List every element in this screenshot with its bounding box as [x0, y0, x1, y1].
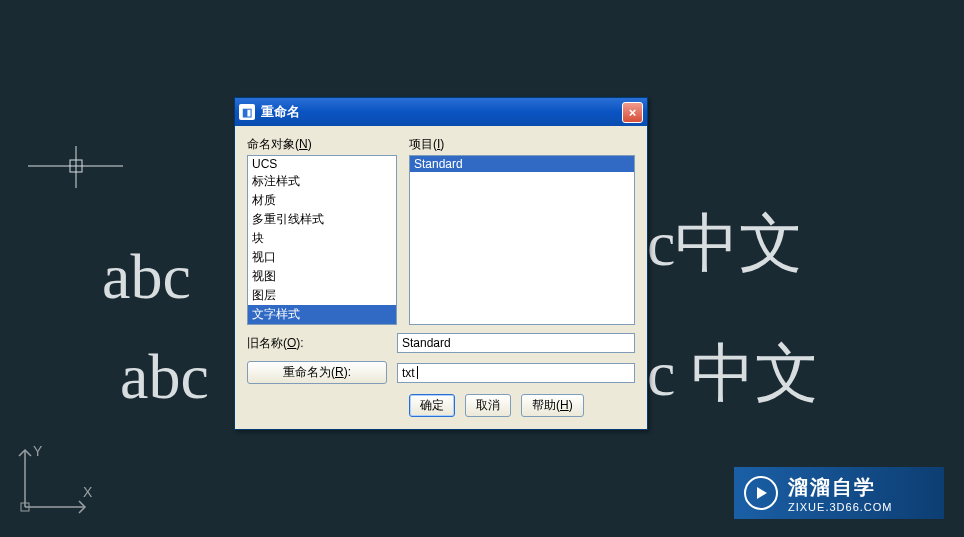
named-object-item[interactable]: 线型: [248, 324, 396, 325]
project-item[interactable]: Standard: [410, 156, 634, 172]
watermark-url: ZIXUE.3D66.COM: [788, 501, 892, 513]
text-caret: [417, 366, 418, 379]
old-name-input[interactable]: Standard: [397, 333, 635, 353]
svg-text:Y: Y: [33, 443, 43, 459]
named-object-item[interactable]: 材质: [248, 191, 396, 210]
named-object-item[interactable]: 视图: [248, 267, 396, 286]
canvas-text-chinese-1: c中文: [647, 200, 803, 287]
ok-button[interactable]: 确定: [409, 394, 455, 417]
named-objects-listbox[interactable]: UCS标注样式材质多重引线样式块视口视图图层文字样式线型: [247, 155, 397, 325]
watermark: 溜溜自学 ZIXUE.3D66.COM: [734, 467, 944, 519]
rename-dialog: ◧ 重命名 × 命名对象(N) UCS标注样式材质多重引线样式块视口视图图层文字…: [234, 97, 648, 430]
crosshair-cursor: [28, 146, 148, 266]
app-icon: ◧: [239, 104, 255, 120]
items-label: 项目(I): [409, 136, 635, 153]
cancel-button[interactable]: 取消: [465, 394, 511, 417]
named-object-item[interactable]: UCS: [248, 156, 396, 172]
canvas-text-abc-2: abc: [120, 340, 209, 414]
named-object-item[interactable]: 多重引线样式: [248, 210, 396, 229]
help-button[interactable]: 帮助(H): [521, 394, 584, 417]
named-object-item[interactable]: 块: [248, 229, 396, 248]
named-object-item[interactable]: 图层: [248, 286, 396, 305]
new-name-input[interactable]: txt: [397, 363, 635, 383]
close-button[interactable]: ×: [622, 102, 643, 123]
items-listbox[interactable]: Standard: [409, 155, 635, 325]
named-object-item[interactable]: 文字样式: [248, 305, 396, 324]
canvas-text-chinese-2: c 中文: [647, 330, 819, 417]
play-icon: [744, 476, 778, 510]
watermark-brand: 溜溜自学: [788, 474, 892, 501]
named-object-item[interactable]: 视口: [248, 248, 396, 267]
svg-text:X: X: [83, 484, 93, 500]
ucs-indicator: X Y: [15, 442, 95, 522]
svg-marker-8: [757, 487, 767, 499]
rename-to-button[interactable]: 重命名为(R):: [247, 361, 387, 384]
named-object-item[interactable]: 标注样式: [248, 172, 396, 191]
old-name-label: 旧名称(O):: [247, 335, 387, 352]
dialog-title: 重命名: [261, 103, 622, 121]
dialog-titlebar[interactable]: ◧ 重命名 ×: [235, 98, 647, 126]
named-objects-label: 命名对象(N): [247, 136, 397, 153]
